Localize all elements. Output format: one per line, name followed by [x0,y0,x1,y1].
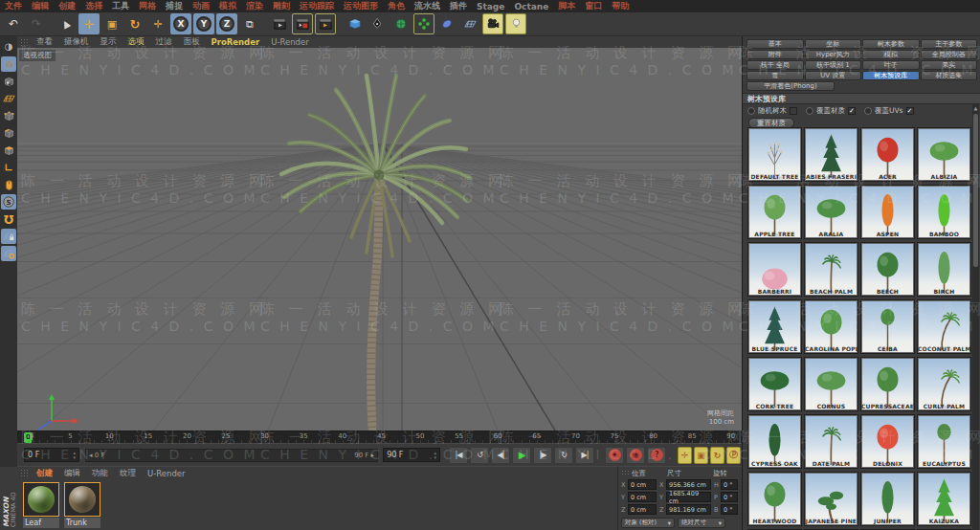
panel-grip-icon[interactable] [20,469,28,477]
menu-网格[interactable]: 网格 [134,0,161,12]
previous-frame-button[interactable]: ◀| [491,447,510,464]
live-selection-button[interactable]: ▲ [56,13,77,34]
rotation-h-field[interactable]: 0 ° [721,479,738,490]
edges-mode-button[interactable] [1,125,16,141]
tree-preset-birch[interactable]: BIRCH [917,242,971,297]
animation-knob-icon[interactable] [864,107,872,115]
tree-preset-delonix[interactable]: DELONIX [860,414,915,469]
menu-工具[interactable]: 工具 [107,0,134,12]
scale-button[interactable]: ▣ [101,13,122,34]
tree-preset-albizia[interactable]: ALBIZIA [917,127,971,182]
tab-基本[interactable]: 基本 [746,39,804,49]
tab-枝干级别 1[interactable]: 枝干级别 1 [805,60,862,70]
viewport-menu-面板[interactable]: 面板 [178,36,206,48]
viewport-menu-选项[interactable]: 选项 [122,36,150,48]
play-forwards-button[interactable]: ▶ [512,447,531,464]
position-z-field[interactable]: 0 cm [628,504,657,515]
menu-动画[interactable]: 动画 [188,0,214,12]
viewport-menu-ProRender[interactable]: ProRender [206,37,266,47]
goto-start-button[interactable]: |◀ [449,447,468,464]
size-x-field[interactable]: 956.366 cm [666,479,711,490]
menu-Stage[interactable]: Stage [472,2,509,11]
tree-preset-cypress-oak[interactable]: CYPRESS OAK [747,414,802,469]
rotation-p-field[interactable]: 0 ° [721,492,738,502]
pen-button[interactable] [368,13,389,34]
floor-button[interactable] [459,13,480,34]
tree-preset-aspen[interactable]: ASPEN [860,185,915,239]
position-x-field[interactable]: 0 cm [628,479,657,490]
render-queue-button[interactable] [315,13,336,34]
coordinate-system-button[interactable]: ⧉ [239,13,260,34]
menu-文件[interactable]: 文件 [0,0,27,12]
lock-workplane-button[interactable] [1,229,16,244]
viewport-solo-button[interactable] [1,177,16,192]
viewport-menu-摄像机[interactable]: 摄像机 [58,36,95,48]
tree-preset-beach-palm[interactable]: BEACH PALM [804,242,858,297]
tree-preset-cupressaceae[interactable]: CUPRESSACEAE [860,357,915,411]
position-y-field[interactable]: 0 cm [628,492,657,502]
light-button[interactable] [505,13,526,34]
menu-捕捉[interactable]: 捕捉 [161,0,188,12]
material-Leaf[interactable]: Leaf [23,482,59,528]
tree-preset-heartwood[interactable]: HEARTWOOD [747,472,802,526]
timeline-scrollbar[interactable]: ◂ 0 F90 F ▸ [85,449,378,462]
tab-树木预设库[interactable]: 树木预设库 [862,71,920,80]
panel-grip-icon[interactable] [20,38,28,46]
record-scale-toggle[interactable]: ▣ [694,447,708,464]
menu-流水线[interactable]: 流水线 [410,0,445,12]
menu-Octane[interactable]: Octane [509,2,553,11]
tree-preset-apple-tree[interactable]: APPLE TREE [747,185,802,239]
menu-运动跟踪[interactable]: 运动跟踪 [295,0,339,12]
menu-模拟[interactable]: 模拟 [214,0,241,12]
mograph-button[interactable] [413,13,434,34]
option-随机树木[interactable]: 随机树木 [747,106,797,116]
size-z-field[interactable]: 981.169 cm [666,504,711,515]
menu-编辑[interactable]: 编辑 [27,0,54,12]
animation-knob-icon[interactable] [806,107,813,115]
subdivision-surface-button[interactable] [390,13,412,34]
move-button[interactable]: ✛ [78,13,100,34]
tab-材质选集[interactable]: 材质选集 [921,71,978,80]
size-y-field[interactable]: 1685.409 cm [666,492,711,502]
workplane-paint-button[interactable] [1,91,16,106]
tab-UV 设置[interactable]: UV 设置 [805,71,862,80]
tab-Hyper风力[interactable]: Hyper风力 [805,50,862,59]
viewport-menu-显示[interactable]: 显示 [95,36,122,48]
scrollbar-thumb[interactable] [973,114,978,267]
tree-preset-ceiba[interactable]: CEIBA [860,299,915,354]
size-mode-dropdown[interactable]: 绝对尺寸▾ [678,518,725,528]
tab-phong[interactable]: 平滑着色(Phong) [746,81,835,91]
workplane-button[interactable] [1,246,16,261]
tree-preset-curly-palm[interactable]: CURLY PALM [917,357,971,411]
material-menu-编辑[interactable]: 编辑 [58,468,86,479]
tree-preset-kaizuka[interactable]: KAIZUKA [917,472,971,526]
tree-preset-cork-tree[interactable]: CORK TREE [747,357,802,411]
material-Trunk[interactable]: Trunk [64,482,100,528]
option-覆盖UVs[interactable]: 覆盖UVs✓ [864,106,914,116]
record-rotation-toggle[interactable]: ↻ [710,447,724,464]
scroll-up-icon[interactable]: ▲ [972,104,979,113]
tree-preset-bamboo[interactable]: BAMBOO [917,185,971,239]
menu-窗口[interactable]: 窗口 [580,0,607,12]
record-parameter-toggle[interactable]: Ⓟ [726,447,741,464]
render-view-button[interactable] [269,13,290,34]
tree-preset-acer[interactable]: ACER [860,127,915,182]
tree-preset-beech[interactable]: BEECH [860,242,915,297]
undo-button[interactable]: ↶ [3,13,24,34]
menu-插件[interactable]: 插件 [445,0,472,12]
lock-y-axis-button[interactable]: Y [193,13,214,34]
polygons-mode-button[interactable] [1,143,16,158]
tab-主干参数[interactable]: 主干参数 [921,39,978,49]
tab-果实[interactable]: 果实 [921,60,978,70]
tab-枝干 全局[interactable]: 枝干 全局 [746,60,804,70]
menu-帮助[interactable]: 帮助 [607,0,634,12]
timeline-ruler[interactable]: 0 051015202530354045505560657075808590 [17,431,742,443]
redo-button[interactable]: ↷ [26,13,47,34]
tab-模拟[interactable]: 模拟 [862,50,920,59]
tree-preset-default-tree[interactable]: DEFAULT TREE [747,127,802,182]
add-cube-button[interactable] [345,13,366,34]
option-覆盖材质[interactable]: 覆盖材质✓ [806,106,856,116]
texture-mode-button[interactable] [1,74,16,89]
tab-叶子[interactable]: 叶子 [862,60,920,70]
model-mode-button[interactable] [1,56,16,72]
